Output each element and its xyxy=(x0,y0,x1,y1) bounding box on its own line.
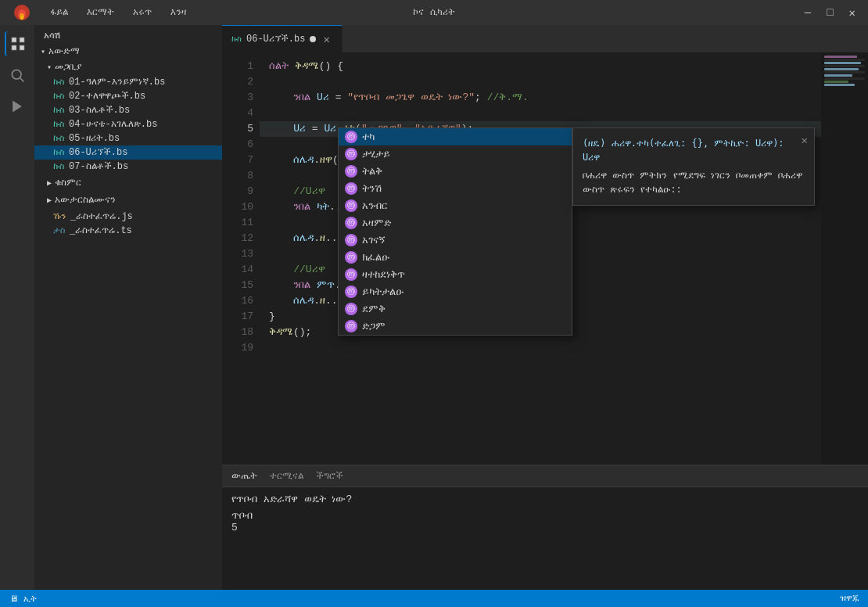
file-item-04[interactable]: ኩስ 04-ሁናቴ-አገሌለጽ.bs xyxy=(34,117,222,131)
file-item-02[interactable]: ኩስ 02-ተለዋዋጮች.bs xyxy=(34,89,222,103)
tab-file-icon: ኩስ xyxy=(231,35,242,44)
sidebar: አሳሽ ▾ አውድማ ▾ መጋቢያ ኩስ 01-ዓለም-እንይምነኛ.bs ኩስ… xyxy=(34,25,222,590)
activity-run[interactable] xyxy=(5,94,30,119)
ac-label-teka: ተካ xyxy=(362,131,375,143)
tooltip-close-button[interactable]: ✕ xyxy=(802,133,808,149)
file-item-03[interactable]: ኩስ 03-ስሌቶች.bs xyxy=(34,103,222,117)
file-icon-bs: ኩስ xyxy=(53,106,64,115)
status-branch[interactable]: 🖥 ኢት xyxy=(9,594,37,604)
ac-item-azamd[interactable]: ⓜ አዛምድ xyxy=(339,214,572,232)
ac-item-anbr[interactable]: ⓜ አንብር xyxy=(339,197,572,214)
window-controls: — □ ✕ xyxy=(802,5,859,21)
code-editor[interactable]: ሰልት ቅዳሜ() { ንበል Uሪ = "የጥቦብ መጋጌዋ ወዴት ነው?"… xyxy=(260,52,821,465)
workspace-header[interactable]: ▾ አውድማ xyxy=(34,44,222,59)
status-bar: 🖥 ኢት ዝዋጁ xyxy=(0,590,868,607)
ac-icon-azamd: ⓜ xyxy=(345,217,357,229)
ac-label-agenany: አገናኝ xyxy=(362,235,386,246)
titlebar: ፋይል እርማት አሩጥ እንዛ ኮና ሲካሪት — □ ✕ xyxy=(0,0,868,25)
awutarslmuna-header[interactable]: ▶ አውታርስልሙናን xyxy=(34,192,222,208)
qusmr-header[interactable]: ▶ ቁስምር xyxy=(34,175,222,191)
line-num-4: 4 xyxy=(222,106,253,121)
file-icon-bs: ኩስ xyxy=(53,77,64,87)
panel-tab-terminal[interactable]: ተርሚናል xyxy=(270,471,303,482)
minimap-line-5 xyxy=(824,68,859,70)
file-item-06[interactable]: ኩስ 06-Uሪኘች.bs xyxy=(34,145,222,160)
megabiya-label: መጋቢያ xyxy=(55,62,81,73)
activity-search[interactable] xyxy=(5,63,30,88)
line-num-14: 14 xyxy=(222,262,253,278)
file-item-07[interactable]: ኩስ 07-ስልቶች.bs xyxy=(34,160,222,174)
status-left: 🖥 ኢት xyxy=(9,594,37,604)
file-item-01[interactable]: ኩስ 01-ዓለም-እንይምነኛ.bs xyxy=(34,75,222,89)
ac-item-agenany[interactable]: ⓜ አገናኝ xyxy=(339,232,572,249)
menu-file[interactable]: ፋይል xyxy=(47,5,71,20)
ac-item-demk[interactable]: ⓜ ደምቅ xyxy=(339,300,572,318)
menu-help[interactable]: እንዛ xyxy=(167,5,189,20)
ac-item-yiktat[interactable]: ⓜ ይካትታልዑ xyxy=(339,283,572,300)
qusmr-arrow: ▶ xyxy=(47,178,52,188)
ac-item-tahitay[interactable]: ⓜ ታሂታይ xyxy=(339,145,572,163)
tab-name: 06-Uሪኘች.bs xyxy=(246,34,305,45)
titlebar-menu: ፋይል እርማት አሩጥ እንዛ xyxy=(47,5,189,20)
menu-edit[interactable]: እርማት xyxy=(84,5,117,20)
minimize-button[interactable]: — xyxy=(802,5,814,21)
svg-line-9 xyxy=(20,78,24,82)
panel-tab-output[interactable]: ውጤት xyxy=(231,471,257,482)
tooltip-box: ✕ (ዘዴ) ሐሪዋ.ተካ(ተፈለጊ: {}, ምትኪዮ: Uሪዋ): Uሪዋ … xyxy=(572,128,815,206)
ac-label-tilk: ትልቅ xyxy=(362,166,382,178)
svg-rect-7 xyxy=(20,46,24,50)
minimap-line-10 xyxy=(824,84,855,86)
file-name-04: 04-ሁናቴ-አገሌለጽ.bs xyxy=(69,119,157,130)
line-num-9: 9 xyxy=(222,184,253,199)
minimap-line-7 xyxy=(824,74,852,77)
file-item-05[interactable]: ኩስ 05-ዘሪት.bs xyxy=(34,131,222,145)
line-num-5: 5 xyxy=(222,121,253,137)
root-file-ts[interactable]: ታስ _ራስተፈጥሬ.ts xyxy=(34,224,222,238)
tab-close-button[interactable]: ✕ xyxy=(321,32,332,47)
titlebar-left: ፋይል እርማት አሩጥ እንዛ xyxy=(9,0,189,25)
workspace-label: አውድማ xyxy=(48,46,80,57)
line-num-13: 13 xyxy=(222,246,253,262)
awutarslmuna-group: ▶ አውታርስልሙናን xyxy=(34,192,222,208)
ac-item-teka[interactable]: ⓜ ተካ xyxy=(339,128,572,145)
menu-run[interactable]: አሩጥ xyxy=(130,5,155,20)
awutarslmuna-label: አውታርስልሙናን xyxy=(55,195,116,206)
activity-bar xyxy=(0,25,34,590)
root-file-js[interactable]: ኹን _ራስተፈጥሬ.js xyxy=(34,210,222,224)
line-num-2: 2 xyxy=(222,74,253,90)
svg-rect-4 xyxy=(13,38,16,42)
ac-icon-anbr: ⓜ xyxy=(345,199,357,212)
ac-item-zatekdenktw[interactable]: ⓜ ዛተከደነቅጥ xyxy=(339,266,572,283)
sidebar-title: አሳሽ xyxy=(34,25,222,44)
minimap-line-2 xyxy=(824,59,865,61)
svg-point-8 xyxy=(12,70,21,79)
qusmr-group: ▶ ቁስምር xyxy=(34,175,222,191)
app-icon xyxy=(9,0,34,25)
code-line-4 xyxy=(260,106,821,121)
ac-item-tnsh[interactable]: ⓜ ትንሽ xyxy=(339,180,572,197)
close-button[interactable]: ✕ xyxy=(846,5,859,21)
ac-icon-agenany: ⓜ xyxy=(345,234,357,246)
ac-item-dgam[interactable]: ⓜ ድጋም xyxy=(339,318,572,335)
ac-label-azamd: አዛምድ xyxy=(362,217,391,229)
panel-value: 5 xyxy=(231,522,859,533)
megabiya-header[interactable]: ▾ መጋቢያ xyxy=(34,59,222,75)
panel-question: የጥቦብ አድራሻዋ ወዴት ነው? xyxy=(231,494,859,505)
ac-item-kfal[interactable]: ⓜ ክፈልዑ xyxy=(339,249,572,266)
line-num-15: 15 xyxy=(222,278,253,293)
panel-tab-problems[interactable]: ችግሮች xyxy=(316,471,343,482)
active-tab[interactable]: ኩስ 06-Uሪኘች.bs ✕ xyxy=(222,25,343,52)
tabs-bar: ኩስ 06-Uሪኘች.bs ✕ xyxy=(222,25,868,52)
ac-icon-demk: ⓜ xyxy=(345,303,357,315)
line-num-1: 1 xyxy=(222,59,253,74)
file-name-06: 06-Uሪኘች.bs xyxy=(69,147,127,158)
file-icon-bs: ኩስ xyxy=(53,162,64,171)
ac-icon-teka: ⓜ xyxy=(345,131,357,143)
ac-label-demk: ደምቅ xyxy=(362,304,386,315)
maximize-button[interactable]: □ xyxy=(823,5,836,21)
ac-label-dgam: ድጋም xyxy=(362,321,386,332)
ac-item-tilk[interactable]: ⓜ ትልቅ xyxy=(339,163,572,180)
activity-explorer[interactable] xyxy=(5,31,30,56)
line-num-16: 16 xyxy=(222,293,253,309)
ac-icon-tnsh: ⓜ xyxy=(345,182,357,195)
